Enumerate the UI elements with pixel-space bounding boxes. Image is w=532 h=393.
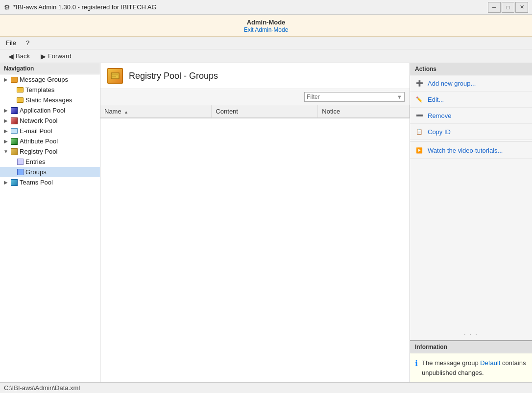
actions-divider (410, 141, 532, 141)
information-panel: Information ℹ The message group Default … (410, 340, 532, 382)
close-button[interactable]: ✕ (515, 2, 528, 13)
minimize-button[interactable]: ─ (488, 2, 501, 13)
info-content: ℹ The message group Default contains unp… (410, 353, 532, 382)
back-label: Back (16, 52, 30, 60)
sidebar-label-attribute-pool: Attribute Pool (20, 138, 58, 145)
action-add-label: Add new group... (428, 80, 476, 87)
menu-file[interactable]: File (4, 38, 18, 47)
menu-help[interactable]: ? (24, 38, 31, 47)
static-messages-icon (16, 97, 24, 104)
expand-icon-message-groups: ▶ (2, 77, 10, 82)
svg-rect-0 (111, 73, 119, 79)
teams-pool-icon (10, 179, 19, 186)
menu-bar: File ? (0, 37, 532, 49)
sidebar-item-registry-pool[interactable]: ▼ Registry Pool (0, 146, 100, 157)
sidebar-label-templates: Templates (25, 86, 54, 93)
registry-pool-icon-svg (110, 71, 120, 81)
forward-icon: ▶ (41, 52, 46, 60)
maximize-button[interactable]: □ (502, 2, 514, 13)
actions-header: Actions (410, 63, 532, 75)
templates-icon (16, 87, 24, 93)
sidebar-item-application-pool[interactable]: ▶ Application Pool (0, 105, 100, 116)
page-header-icon (107, 68, 123, 84)
expand-icon-app-pool: ▶ (2, 108, 10, 113)
column-header-name[interactable]: Name ▲ (100, 105, 212, 118)
filter-dropdown-icon[interactable]: ▼ (397, 94, 402, 100)
action-copy-id[interactable]: Copy ID (410, 124, 532, 140)
sidebar-item-email-pool[interactable]: ▶ E-mail Pool (0, 126, 100, 136)
information-header: Information (410, 341, 532, 353)
action-edit[interactable]: Edit... (410, 92, 532, 108)
column-notice-label: Notice (322, 108, 340, 115)
forward-button[interactable]: ▶ Forward (36, 51, 76, 62)
sidebar-label-groups: Groups (25, 168, 47, 176)
admin-mode-title: Admin-Mode (0, 19, 532, 26)
sidebar-item-entries[interactable]: Entries (0, 157, 100, 167)
main-area: Navigation ▶ Message Groups Templates St… (0, 63, 532, 382)
message-groups-icon (10, 76, 19, 83)
email-pool-icon (10, 128, 19, 135)
sidebar-label-message-groups: Message Groups (20, 76, 68, 83)
sidebar-item-templates[interactable]: Templates (0, 85, 100, 95)
window-title: *IBI-aws Admin 1.30.0 - registered for I… (13, 3, 157, 11)
navigation-header: Navigation (0, 63, 100, 74)
action-watch-video[interactable]: Watch the video-tutorials... (410, 142, 532, 159)
sidebar-label-network-pool: Network Pool (20, 117, 57, 124)
action-remove[interactable]: Remove (410, 108, 532, 124)
action-video-label: Watch the video-tutorials... (428, 147, 503, 154)
svg-rect-2 (112, 76, 116, 77)
sidebar-label-registry-pool: Registry Pool (20, 148, 57, 155)
data-table: Name ▲ Content Notice (100, 105, 410, 382)
sidebar-label-email-pool: E-mail Pool (20, 127, 52, 135)
filter-input[interactable] (307, 93, 395, 100)
column-name-label: Name (104, 108, 121, 115)
back-icon: ◀ (8, 52, 14, 60)
info-text-before: The message group (422, 359, 480, 367)
actions-panel: Actions Add new group... Edit... Remove … (410, 63, 532, 382)
toolbar: ◀ Back ▶ Forward (0, 49, 532, 63)
groups-table: Name ▲ Content Notice (100, 105, 410, 118)
app-icon: ⚙ (4, 3, 10, 11)
expand-icon-email-pool: ▶ (2, 128, 10, 134)
column-header-notice[interactable]: Notice (318, 105, 410, 118)
more-dots: · · · (410, 328, 532, 340)
filter-bar: ▼ (100, 89, 410, 105)
filter-input-wrap: ▼ (304, 92, 405, 102)
title-bar: ⚙ *IBI-aws Admin 1.30.0 - registered for… (0, 0, 532, 15)
expand-icon-registry-pool: ▼ (2, 149, 10, 154)
sidebar-item-message-groups[interactable]: ▶ Message Groups (0, 74, 100, 85)
table-header: Name ▲ Content Notice (100, 105, 410, 118)
sidebar-label-entries: Entries (25, 158, 45, 165)
page-header: Registry Pool - Groups (100, 63, 410, 89)
action-add-new-group[interactable]: Add new group... (410, 75, 532, 92)
remove-icon (415, 111, 424, 120)
sidebar-item-teams-pool[interactable]: ▶ Teams Pool (0, 177, 100, 187)
entries-icon (16, 159, 24, 165)
info-default-link[interactable]: Default (480, 359, 500, 367)
admin-banner: Admin-Mode Exit Admin-Mode (0, 15, 532, 37)
add-icon (415, 79, 424, 88)
sidebar-label-static-messages: Static Messages (25, 96, 72, 104)
application-pool-icon (10, 107, 19, 114)
sidebar-item-network-pool[interactable]: ▶ Network Pool (0, 116, 100, 126)
info-text: The message group Default contains unpub… (422, 358, 527, 377)
action-copy-id-label: Copy ID (428, 128, 451, 136)
video-icon (415, 146, 424, 155)
sidebar-item-groups[interactable]: Groups (0, 167, 100, 177)
info-icon: ℹ (415, 359, 418, 368)
action-remove-label: Remove (428, 112, 451, 119)
actions-spacer (410, 159, 532, 328)
edit-icon (415, 95, 424, 104)
sort-icon-name: ▲ (124, 110, 128, 115)
exit-admin-mode-link[interactable]: Exit Admin-Mode (244, 26, 289, 33)
sidebar-item-attribute-pool[interactable]: ▶ Attribute Pool (0, 136, 100, 146)
forward-label: Forward (48, 52, 72, 60)
column-header-content[interactable]: Content (212, 105, 318, 118)
sidebar-item-static-messages[interactable]: Static Messages (0, 95, 100, 105)
back-button[interactable]: ◀ Back (4, 51, 34, 62)
expand-icon-teams-pool: ▶ (2, 180, 10, 185)
registry-pool-icon (10, 148, 19, 155)
page-title: Registry Pool - Groups (129, 71, 218, 81)
sidebar-label-application-pool: Application Pool (20, 107, 65, 114)
status-path: C:\IBI-aws\Admin\Data.xml (4, 384, 80, 392)
